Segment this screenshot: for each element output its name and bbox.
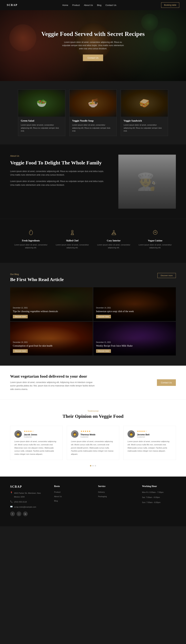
twitter-icon[interactable]: t (17, 512, 21, 516)
test-stars-1: ★★★★★ (81, 430, 96, 433)
test-text-0: Lorem ipsum dolor sit amet, consectetur … (14, 440, 59, 456)
test-role-0: Customer (24, 436, 37, 438)
about-title: Veggie Food To Delight The Whole Family (10, 159, 108, 166)
blog-card-overlay-2: December 19, 2021 Consumption of good fr… (10, 339, 93, 356)
test-info-2: ★★★★☆ Jerome Bell Customer (137, 430, 149, 438)
test-avatar-0: 👨 (14, 430, 22, 438)
blog-header-left: Our Blog Be First Who Read Article (10, 273, 64, 282)
test-avatar-1: 👩 (71, 430, 78, 438)
footer-col-title-service: Service (98, 485, 132, 488)
blog-discover-3[interactable]: Discover more (96, 349, 111, 353)
nav-blog[interactable]: Blog (97, 4, 101, 6)
nav-home[interactable]: Home (62, 4, 68, 6)
phone-icon: 📞 (10, 500, 13, 503)
footer-link-about[interactable]: About Us (54, 496, 62, 498)
brand-logo[interactable]: SCRAP (7, 4, 18, 6)
footer-address-row: 📍 4843 Parker Str. Allentown, New Mexico… (10, 491, 44, 499)
footer-hours-sun: Sun: 7:00am - 6:00pm (142, 501, 160, 504)
email-icon: ✉️ (10, 506, 13, 508)
footer-logo: SCRAP (10, 485, 44, 488)
blog-card-overlay-3: December 21, 2021 Weekly Recipe Fruit Ju… (93, 339, 176, 356)
instagram-icon[interactable]: in (23, 512, 28, 516)
blog-card-0[interactable]: December 12, 2021 Tips for choosing vege… (10, 287, 93, 321)
test-name-2: Jerome Bell (137, 433, 149, 436)
feature-desc-0: Lorem ipsum dolor sit amet, consectetur … (14, 244, 48, 249)
blog-card-overlay-0: December 12, 2021 Tips for choosing vege… (10, 304, 93, 321)
footer-col-hours-list: Mon-Fri: 8:00am - 7:00pm Sat: 7:00am - 8… (142, 490, 176, 504)
blog-discover-2[interactable]: Discover more (13, 349, 28, 353)
blog-card-3[interactable]: December 21, 2021 Weekly Recipe Fruit Ju… (93, 322, 176, 356)
footer-social: f t in (10, 512, 44, 516)
testimonial-dots (10, 465, 176, 466)
test-stars-0: ★★★★☆ (24, 430, 37, 433)
blog-card-1[interactable]: December 14, 2021 Indonesian spice soup:… (93, 287, 176, 321)
footer-col-links-service: Delivery Packaging (98, 490, 132, 498)
blog-card-title-2: Consumption of good fruit for skin healt… (13, 344, 90, 348)
blog-grid: December 12, 2021 Tips for choosing vege… (10, 287, 176, 356)
test-text-1: Lorem ipsum dolor sit amet, consectetur … (71, 440, 115, 456)
testimonial-label: Testimonial (10, 410, 176, 412)
feature-0: Fresh Ingredients Lorem ipsum dolor sit … (10, 226, 52, 253)
blog-discover-more-button[interactable]: Discover more (157, 273, 176, 278)
nav-product[interactable]: Product (72, 4, 80, 6)
cta-left: Want vegetarian food delivered to your d… (10, 374, 157, 391)
about-right: 👨‍🍳 (118, 155, 176, 209)
footer-phone-row: 📞 (252) 555-0118 (10, 500, 44, 504)
about-label: About Us (10, 155, 108, 157)
svg-point-0 (72, 230, 73, 232)
dot-0[interactable] (90, 465, 91, 466)
nav-contact[interactable]: Contact Us (105, 4, 116, 6)
blog-title: Be First Who Read Article (10, 277, 64, 282)
blog-header: Our Blog Be First Who Read Article Disco… (10, 273, 176, 282)
footer-link-product[interactable]: Product (54, 491, 61, 493)
testimonial-cards: 👨 ★★★★☆ Jacob Jones Customer Lorem ipsum… (10, 426, 176, 460)
testimonial-section: Testimonial Their Opinion on Veggie Food… (0, 400, 186, 476)
hero-description: Lorem ipsum dolor sit amet, consectetur … (61, 41, 125, 50)
footer-col-service: Service Delivery Packaging (98, 485, 132, 516)
feature-title-3: Vegan Cuisine (138, 239, 172, 242)
feature-3: Vegan Cuisine Lorem ipsum dolor sit amet… (134, 226, 176, 253)
footer-phone: (252) 555-0118 (14, 500, 27, 504)
food-card-2: 🥪 Veggie Sandwich Lorem ipsum dolor sit … (121, 90, 168, 136)
test-name-1: Theresa Webb (81, 433, 96, 436)
feature-desc-1: Lorem ipsum dolor sit amet, consectetur … (55, 244, 90, 249)
blog-discover-1[interactable]: Discover more (96, 315, 111, 318)
test-card-1: 👩 ★★★★★ Theresa Webb Customer Lorem ipsu… (67, 426, 119, 460)
test-stars-2: ★★★★☆ (137, 430, 149, 433)
about-left: About Us Veggie Food To Delight The Whol… (10, 155, 108, 190)
footer-col-resto: Resto Product About Us Blog (54, 485, 88, 516)
footer-top: SCRAP 📍 4843 Parker Str. Allentown, New … (10, 485, 176, 516)
test-role-1: Customer (81, 436, 96, 438)
footer-link-delivery[interactable]: Delivery (98, 491, 105, 493)
cozy-interior-icon (96, 229, 131, 237)
hero-cta-button[interactable]: Contact Us (83, 54, 103, 61)
footer-link-packaging[interactable]: Packaging (98, 496, 107, 498)
feature-title-0: Fresh Ingredients (14, 239, 48, 242)
dot-2[interactable] (95, 465, 96, 466)
food-card-title-0: Green Salad (21, 119, 62, 122)
footer-col-links-resto: Product About Us Blog (54, 490, 88, 502)
footer-col-hours: Working Hour Mon-Fri: 8:00am - 7:00pm Sa… (142, 485, 176, 516)
cta-description: Lorem ipsum dolor sit amet, consectetur … (10, 381, 95, 391)
about-section: About Us Veggie Food To Delight The Whol… (0, 144, 186, 219)
blog-label: Our Blog (10, 273, 64, 276)
blog-date-0: December 12, 2021 (13, 307, 90, 309)
blog-date-3: December 21, 2021 (96, 341, 173, 343)
hero-decoration-top (141, 14, 158, 30)
facebook-icon[interactable]: f (10, 512, 15, 516)
test-card-header-1: 👩 ★★★★★ Theresa Webb Customer (71, 430, 115, 438)
blog-card-overlay-1: December 14, 2021 Indonesian spice soup:… (93, 304, 176, 321)
booking-button[interactable]: Booking table (161, 2, 179, 8)
blog-card-2[interactable]: December 19, 2021 Consumption of good fr… (10, 322, 93, 356)
dot-1[interactable] (92, 465, 94, 466)
hero-decoration-left (9, 24, 36, 51)
feature-2: Cozy Interior Lorem ipsum dolor sit amet… (93, 226, 134, 253)
food-card-0: 🥗 Green Salad Lorem ipsum dolor sit amet… (18, 90, 65, 136)
svg-point-1 (113, 230, 114, 232)
cta-button[interactable]: Contact Us (157, 379, 176, 386)
navbar: SCRAP Home Product About Us Blog Contact… (0, 0, 186, 10)
blog-discover-0[interactable]: Discover more (13, 315, 28, 318)
food-card-image-1: 🍜 (70, 90, 116, 117)
footer-link-blog[interactable]: Blog (54, 500, 58, 502)
nav-about[interactable]: About Us (84, 4, 93, 6)
